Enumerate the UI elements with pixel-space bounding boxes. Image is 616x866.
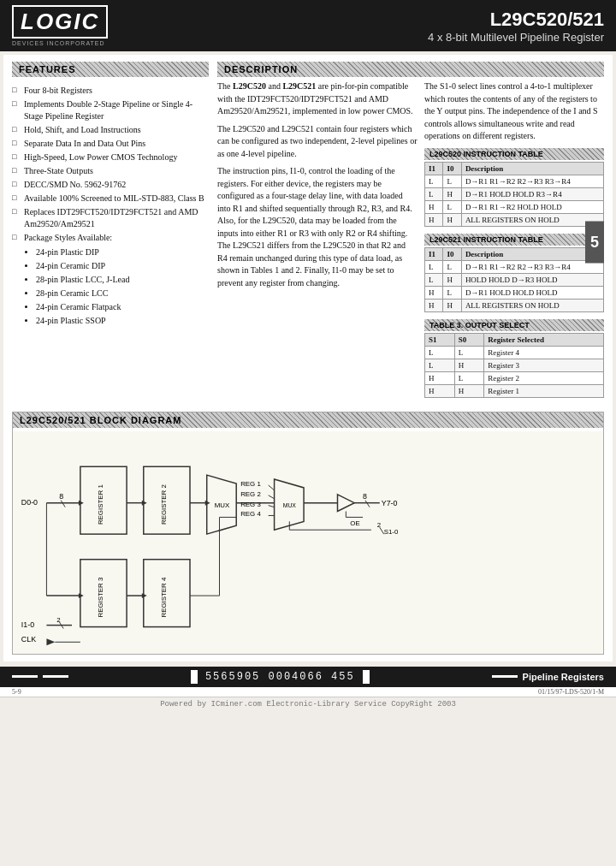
table-row: L L D→R1 R1→R2 R2→R3 R3→R4 (425, 175, 604, 187)
list-item: Three-State Outputs (12, 164, 209, 178)
barcode-text: 5565905 0004066 455 (205, 671, 355, 683)
svg-text:8: 8 (59, 491, 63, 500)
footer-line-3 (492, 675, 518, 678)
description-section: DESCRIPTION The L29C520 and L29C521 are … (217, 62, 604, 405)
watermark: Powered by ICminer.com Electronic-Librar… (0, 697, 616, 711)
table1-col-desc: Description (461, 162, 603, 175)
svg-text:OE: OE (350, 519, 359, 527)
table2-col-i0: I0 (443, 247, 461, 260)
chip-subtitle: 4 x 8-bit Multilevel Pipeline Register (428, 31, 604, 44)
table3-container: TABLE 3. OUTPUT SELECT S1 S0 Register Se… (424, 319, 604, 398)
table3-heading: TABLE 3. OUTPUT SELECT (424, 319, 604, 331)
table-row: H H Register 1 (425, 384, 604, 397)
desc-right-text: The S1-0 select lines control a 4-to-1 m… (424, 80, 604, 143)
desc-para-1: The L29C520 and L29C521 are pin-for-pin … (217, 80, 418, 118)
table1-heading: L29C520 INSTRUCTION TABLE (424, 148, 604, 160)
block-diagram-svg: REGISTER 1 REGISTER 2 MUX REGISTER 3 REG… (13, 431, 603, 654)
svg-text:CLK: CLK (21, 635, 36, 644)
table-row: H L D→R1 R1→R2 HOLD HOLD (425, 200, 604, 213)
list-item: 24-pin Ceramic DIP (36, 259, 209, 273)
footer-sub: 5-9 01/15/97-LDS-520/1-M (0, 687, 616, 697)
block-diagram-body: REGISTER 1 REGISTER 2 MUX REGISTER 3 REG… (13, 431, 603, 654)
svg-text:REGISTER 1: REGISTER 1 (97, 484, 104, 525)
barcode-bar (191, 670, 198, 684)
svg-text:REGISTER 3: REGISTER 3 (97, 577, 104, 617)
svg-text:REG 3: REG 3 (240, 500, 261, 507)
list-item: 24-pin Ceramic Flatpack (36, 300, 209, 314)
table1: I1 I0 Description L L D→R1 R1→R2 R2→R3 R… (424, 162, 604, 227)
list-item: Four 8-bit Registers (12, 84, 209, 98)
features-section: FEATURES Four 8-bit Registers Implements… (12, 62, 209, 405)
table2-heading: L29C521 INSTRUCTION TABLE (424, 234, 604, 246)
table3-col-s1: S1 (425, 333, 455, 346)
footer-page-ref: 5-9 (12, 688, 21, 696)
list-item: Hold, Shift, and Load Instructions (12, 123, 209, 137)
svg-text:2: 2 (377, 521, 381, 529)
table-row: L H HOLD HOLD D→R3 HOLD (425, 273, 604, 286)
barcode-bar-2 (363, 670, 370, 684)
table-row: H L Register 2 (425, 371, 604, 384)
footer-line-2 (43, 675, 68, 678)
table3-col-s0: S0 (454, 333, 484, 346)
svg-rect-0 (13, 432, 603, 651)
table3: S1 S0 Register Selected L L Register 4 (424, 333, 604, 398)
svg-text:2: 2 (56, 615, 60, 623)
page-number: 5 (585, 222, 604, 264)
top-section: FEATURES Four 8-bit Registers Implements… (12, 62, 604, 405)
svg-text:MUX: MUX (283, 501, 297, 507)
table-row: H H ALL REGISTERS ON HOLD (425, 213, 604, 226)
block-diagram-heading: L29C520/521 BLOCK DIAGRAM (13, 412, 603, 428)
svg-text:REG 1: REG 1 (240, 479, 261, 487)
table2-container: L29C521 INSTRUCTION TABLE I1 I0 Descript… (424, 234, 604, 312)
company-sub: DEVICES INCORPORATED (12, 40, 108, 46)
table-row: H L D→R1 HOLD HOLD HOLD (425, 286, 604, 299)
chip-title: L29C520/521 (428, 9, 604, 31)
logo-area: LOGIC DEVICES INCORPORATED (12, 5, 108, 46)
list-item: Implements Double 2-Stage Pipeline or Si… (12, 98, 209, 123)
page-header: LOGIC DEVICES INCORPORATED L29C520/521 4… (0, 0, 616, 51)
table-row: L H Register 3 (425, 359, 604, 371)
svg-text:REG 2: REG 2 (240, 489, 261, 497)
list-item: Separate Data In and Data Out Pins (12, 137, 209, 151)
svg-text:D0-0: D0-0 (21, 497, 38, 506)
page-title-area: L29C520/521 4 x 8-bit Multilevel Pipelin… (428, 9, 604, 44)
description-columns: The L29C520 and L29C521 are pin-for-pin … (217, 80, 604, 405)
footer-left-lines (12, 675, 68, 678)
table2-col-i1: I1 (425, 247, 443, 260)
list-item: 28-pin Ceramic LCC (36, 287, 209, 300)
table1-col-i1: I1 (425, 162, 443, 175)
footer-right-lines: Pipeline Registers (492, 672, 604, 682)
desc-right-section: The S1-0 select lines control a 4-to-1 m… (424, 80, 604, 405)
table1-container: L29C520 INSTRUCTION TABLE I1 I0 Descript… (424, 148, 604, 227)
package-list: 24-pin Plastic DIP 24-pin Ceramic DIP 28… (24, 246, 209, 328)
svg-text:I1-0: I1-0 (21, 620, 34, 628)
list-item: Available 100% Screened to MIL-STD-883, … (12, 192, 209, 205)
footer-doc-ref: 01/15/97-LDS-520/1-M (538, 688, 604, 696)
features-heading: FEATURES (12, 62, 209, 77)
list-item: High-Speed, Low Power CMOS Technology (12, 151, 209, 164)
page-footer: 5565905 0004066 455 Pipeline Registers (0, 667, 616, 687)
company-logo: LOGIC (12, 5, 108, 39)
features-list: Four 8-bit Registers Implements Double 2… (12, 80, 209, 332)
table2: I1 I0 Description L L D→R1 R1→R2 R2→R3 R… (424, 247, 604, 312)
svg-text:REGISTER 2: REGISTER 2 (160, 484, 168, 525)
table-row: L L D→R1 R1→R2 R2→R3 R3→R4 (425, 260, 604, 273)
svg-text:Y7-0: Y7-0 (382, 498, 398, 507)
list-item: Package Styles Available: 24-pin Plastic… (12, 231, 209, 329)
list-item: 24-pin Plastic DIP (36, 246, 209, 259)
desc-para-3: The instruction pins, I1-0, control the … (217, 165, 418, 289)
svg-text:8: 8 (363, 491, 367, 500)
table3-col-reg: Register Selected (484, 333, 604, 346)
table1-col-i0: I0 (443, 162, 461, 175)
list-item: Replaces IDT29FCT520/IDT29FCT521 and AMD… (12, 205, 209, 231)
list-item: 24-pin Plastic SSOP (36, 314, 209, 328)
footer-product-text: Pipeline Registers (523, 672, 604, 682)
table-row: H H ALL REGISTERS ON HOLD (425, 299, 604, 311)
description-heading: DESCRIPTION (217, 62, 604, 77)
list-item: DECC/SMD No. 5962-91762 (12, 178, 209, 192)
table2-col-desc: Description (461, 247, 603, 260)
main-content: FEATURES Four 8-bit Registers Implements… (3, 55, 613, 661)
desc-para-2: The L29C520 and L29C521 contain four reg… (217, 123, 418, 161)
list-item: 28-pin Plastic LCC, J-Lead (36, 273, 209, 287)
svg-text:REG 4: REG 4 (240, 510, 261, 518)
